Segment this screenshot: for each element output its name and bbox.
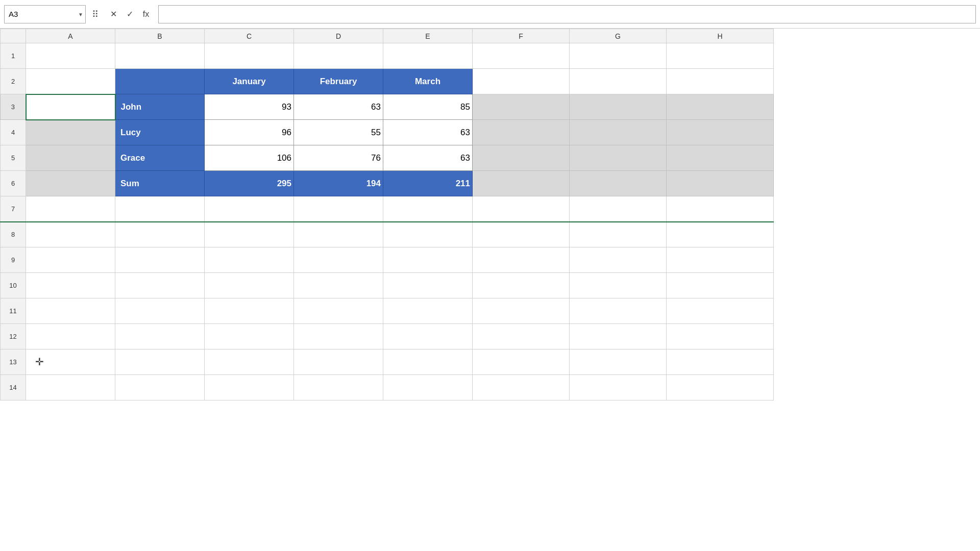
cell-h8[interactable] (667, 222, 774, 247)
cell-h1[interactable] (667, 43, 774, 69)
cell-c11[interactable] (205, 298, 294, 324)
col-header-e[interactable]: E (383, 29, 473, 43)
cell-d4[interactable]: 55 (294, 120, 383, 145)
cell-e7[interactable] (383, 196, 473, 222)
cell-b13[interactable] (115, 349, 205, 375)
cell-d12[interactable] (294, 324, 383, 349)
cell-g12[interactable] (570, 324, 667, 349)
cell-g11[interactable] (570, 298, 667, 324)
cell-a8[interactable] (26, 222, 115, 247)
cell-b1[interactable] (115, 43, 205, 69)
cell-f1[interactable] (473, 43, 570, 69)
cell-c10[interactable] (205, 273, 294, 298)
cell-h2[interactable] (667, 69, 774, 94)
cell-a3[interactable] (26, 94, 115, 120)
cell-g7[interactable] (570, 196, 667, 222)
cell-a4[interactable] (26, 120, 115, 145)
cell-e3[interactable]: 85 (383, 94, 473, 120)
cell-a12[interactable] (26, 324, 115, 349)
cell-c2[interactable]: January (205, 69, 294, 94)
cell-b4[interactable]: Lucy (115, 120, 205, 145)
col-header-b[interactable]: B (115, 29, 205, 43)
cell-g3[interactable] (570, 94, 667, 120)
cell-h14[interactable] (667, 375, 774, 400)
cancel-icon[interactable]: ✕ (106, 7, 120, 21)
cell-c13[interactable] (205, 349, 294, 375)
cell-f5[interactable] (473, 145, 570, 171)
cell-c1[interactable] (205, 43, 294, 69)
cell-e12[interactable] (383, 324, 473, 349)
row-num-9[interactable]: 9 (1, 247, 26, 273)
cell-d14[interactable] (294, 375, 383, 400)
cell-reference-box[interactable]: A3 ▼ (4, 5, 86, 23)
cell-c8[interactable] (205, 222, 294, 247)
cell-e13[interactable] (383, 349, 473, 375)
cell-g5[interactable] (570, 145, 667, 171)
row-num-8[interactable]: 8 (1, 222, 26, 247)
cell-a7[interactable] (26, 196, 115, 222)
cell-c9[interactable] (205, 247, 294, 273)
row-num-6[interactable]: 6 (1, 171, 26, 196)
cell-g4[interactable] (570, 120, 667, 145)
cell-e6[interactable]: 211 (383, 171, 473, 196)
cell-f8[interactable] (473, 222, 570, 247)
cell-b8[interactable] (115, 222, 205, 247)
cell-e4[interactable]: 63 (383, 120, 473, 145)
cell-d13[interactable] (294, 349, 383, 375)
cell-b3[interactable]: John (115, 94, 205, 120)
col-header-d[interactable]: D (294, 29, 383, 43)
cell-c7[interactable] (205, 196, 294, 222)
cell-a2[interactable] (26, 69, 115, 94)
cell-d8[interactable] (294, 222, 383, 247)
cell-d7[interactable] (294, 196, 383, 222)
cell-g14[interactable] (570, 375, 667, 400)
row-num-1[interactable]: 1 (1, 43, 26, 69)
cell-d3[interactable]: 63 (294, 94, 383, 120)
cell-b10[interactable] (115, 273, 205, 298)
cell-g10[interactable] (570, 273, 667, 298)
cell-h6[interactable] (667, 171, 774, 196)
col-header-h[interactable]: H (667, 29, 774, 43)
cell-g8[interactable] (570, 222, 667, 247)
cell-d6[interactable]: 194 (294, 171, 383, 196)
cell-g13[interactable] (570, 349, 667, 375)
corner-cell[interactable] (1, 29, 26, 43)
cell-e8[interactable] (383, 222, 473, 247)
cell-d2[interactable]: February (294, 69, 383, 94)
cell-h5[interactable] (667, 145, 774, 171)
cell-e9[interactable] (383, 247, 473, 273)
row-num-12[interactable]: 12 (1, 324, 26, 349)
cell-d1[interactable] (294, 43, 383, 69)
cell-c12[interactable] (205, 324, 294, 349)
cell-f6[interactable] (473, 171, 570, 196)
cell-b14[interactable] (115, 375, 205, 400)
row-num-14[interactable]: 14 (1, 375, 26, 400)
cell-f4[interactable] (473, 120, 570, 145)
cell-g6[interactable] (570, 171, 667, 196)
cell-f3[interactable] (473, 94, 570, 120)
cell-c4[interactable]: 96 (205, 120, 294, 145)
cell-h4[interactable] (667, 120, 774, 145)
cell-b9[interactable] (115, 247, 205, 273)
row-num-3[interactable]: 3 (1, 94, 26, 120)
cell-g2[interactable] (570, 69, 667, 94)
cell-d10[interactable] (294, 273, 383, 298)
cell-f14[interactable] (473, 375, 570, 400)
cell-h7[interactable] (667, 196, 774, 222)
cell-b11[interactable] (115, 298, 205, 324)
cell-f2[interactable] (473, 69, 570, 94)
cell-h12[interactable] (667, 324, 774, 349)
cell-e1[interactable] (383, 43, 473, 69)
cell-b5[interactable]: Grace (115, 145, 205, 171)
confirm-icon[interactable]: ✓ (122, 7, 137, 21)
cell-c3[interactable]: 93 (205, 94, 294, 120)
cell-f9[interactable] (473, 247, 570, 273)
cell-a6[interactable] (26, 171, 115, 196)
cell-c6[interactable]: 295 (205, 171, 294, 196)
cell-a13[interactable]: ✛ (26, 349, 115, 375)
cell-a9[interactable] (26, 247, 115, 273)
cell-f10[interactable] (473, 273, 570, 298)
row-num-11[interactable]: 11 (1, 298, 26, 324)
cell-b6[interactable]: Sum (115, 171, 205, 196)
fx-icon[interactable]: fx (139, 7, 153, 21)
